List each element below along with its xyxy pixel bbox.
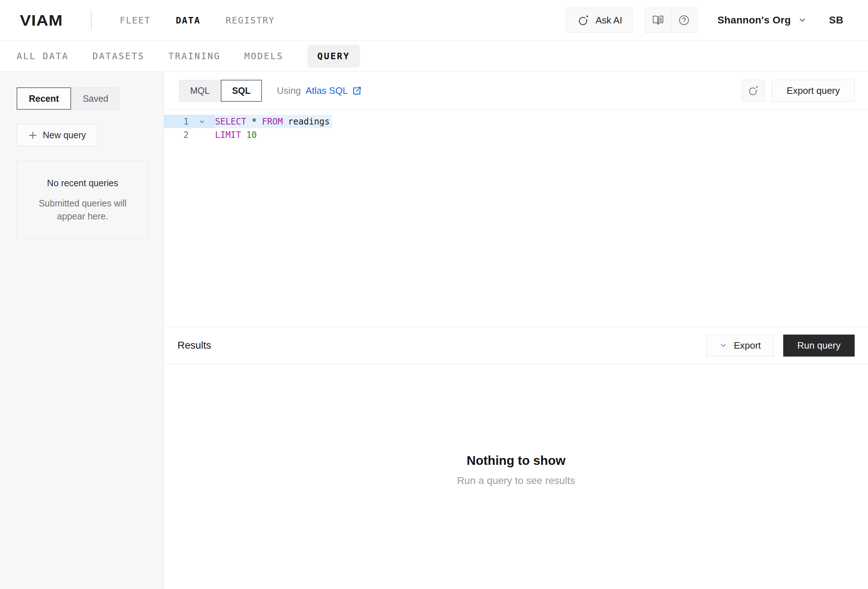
- results-title: Results: [177, 340, 211, 351]
- user-avatar-initials[interactable]: SB: [829, 15, 843, 26]
- new-query-button[interactable]: New query: [16, 124, 97, 146]
- top-nav-item-data[interactable]: DATA: [176, 15, 200, 26]
- query-main: MQL SQL Using Atlas SQL: [164, 71, 868, 589]
- help-button[interactable]: [671, 8, 697, 33]
- sql-toggle[interactable]: SQL: [221, 80, 261, 102]
- saved-tab[interactable]: Saved: [71, 87, 120, 110]
- export-query-button[interactable]: Export query: [772, 80, 855, 102]
- help-icon: [678, 14, 690, 26]
- external-link-icon: [352, 86, 362, 96]
- app-header: VIAM FLEET DATA REGISTRY Ask AI: [0, 0, 868, 41]
- tab-models[interactable]: MODELS: [244, 51, 283, 61]
- org-switcher[interactable]: Shannon's Org: [717, 15, 807, 26]
- top-nav: FLEET DATA REGISTRY: [120, 15, 275, 26]
- results-bar: Results Export Run query: [164, 327, 868, 364]
- docs-help-group: [645, 7, 697, 33]
- ai-sparkle-icon: [747, 84, 759, 97]
- fold-chevron-icon[interactable]: [189, 118, 215, 125]
- empty-state-subtitle: Submitted queries will appear here.: [27, 197, 138, 223]
- sql-code-editor[interactable]: 1 SELECT * FROM readings 2 LIMIT 10: [164, 110, 868, 327]
- ai-generate-button[interactable]: [742, 80, 765, 102]
- tab-datasets[interactable]: DATASETS: [92, 51, 144, 61]
- new-query-label: New query: [43, 130, 86, 141]
- empty-state-title: No recent queries: [27, 178, 138, 188]
- results-empty-subtitle: Run a query to see results: [457, 475, 575, 487]
- mql-toggle[interactable]: MQL: [179, 80, 221, 102]
- code-text: SELECT * FROM readings: [215, 115, 332, 128]
- export-results-button[interactable]: Export: [706, 334, 774, 357]
- ask-ai-label: Ask AI: [596, 15, 622, 26]
- using-label: Using: [277, 85, 301, 96]
- results-actions: Export Run query: [706, 334, 855, 357]
- recent-queries-empty-state: No recent queries Submitted queries will…: [16, 161, 149, 238]
- chevron-down-icon: [798, 16, 807, 25]
- ask-ai-button[interactable]: Ask AI: [566, 7, 633, 33]
- run-query-button[interactable]: Run query: [783, 334, 855, 357]
- line-number: 1: [164, 117, 189, 127]
- export-results-label: Export: [734, 340, 761, 351]
- query-list-toggle: Recent Saved: [16, 87, 148, 110]
- line-number: 2: [164, 130, 189, 140]
- query-language-toggle: MQL SQL: [179, 80, 262, 102]
- export-query-label: Export query: [787, 85, 840, 96]
- using-atlas-sql: Using Atlas SQL: [277, 85, 362, 96]
- book-icon: [652, 14, 664, 26]
- code-text: LIMIT 10: [215, 128, 257, 142]
- top-nav-item-registry[interactable]: REGISTRY: [226, 15, 275, 26]
- query-sidebar: Recent Saved New query No recent queries…: [0, 71, 164, 589]
- header-divider: [91, 10, 92, 30]
- top-nav-item-fleet[interactable]: FLEET: [120, 15, 151, 26]
- tab-all-data[interactable]: ALL DATA: [16, 51, 69, 61]
- ai-sparkle-icon: [577, 14, 590, 27]
- atlas-sql-link[interactable]: Atlas SQL: [306, 85, 362, 96]
- query-toolbar-actions: Export query: [742, 80, 855, 102]
- query-toolbar: MQL SQL Using Atlas SQL: [164, 71, 868, 110]
- org-name: Shannon's Org: [717, 15, 791, 26]
- documentation-button[interactable]: [645, 8, 671, 33]
- plus-icon: [28, 131, 37, 140]
- atlas-sql-link-label: Atlas SQL: [306, 85, 348, 96]
- results-empty-state: Nothing to show Run a query to see resul…: [164, 364, 868, 589]
- recent-tab[interactable]: Recent: [16, 87, 71, 110]
- viam-logo[interactable]: VIAM: [20, 11, 63, 30]
- chevron-down-icon: [719, 342, 727, 349]
- header-right: Ask AI: [566, 7, 843, 33]
- code-line[interactable]: 2 LIMIT 10: [164, 128, 868, 142]
- tab-training[interactable]: TRAINING: [168, 51, 220, 61]
- data-subnav: ALL DATA DATASETS TRAINING MODELS QUERY: [0, 41, 868, 71]
- tab-query[interactable]: QUERY: [307, 45, 360, 68]
- content: Recent Saved New query No recent queries…: [0, 71, 868, 589]
- code-line[interactable]: 1 SELECT * FROM readings: [164, 115, 868, 128]
- results-empty-title: Nothing to show: [466, 453, 565, 468]
- run-query-label: Run query: [797, 340, 841, 351]
